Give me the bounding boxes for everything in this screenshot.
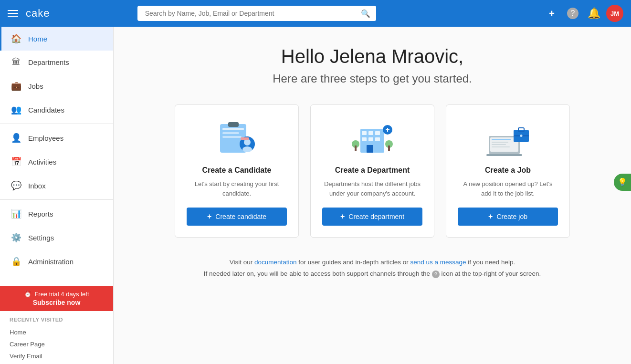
footer-text-1: Visit our [230, 259, 254, 266]
sidebar-item-settings[interactable]: ⚙️ Settings [0, 226, 113, 250]
recently-visited-section: RECENTLY VISITED Home Career Page Verify… [0, 311, 113, 364]
svg-point-34 [520, 135, 523, 137]
recent-item-career-page[interactable]: Career Page [10, 338, 104, 350]
sidebar-item-administration[interactable]: 🔒 Administration [0, 250, 113, 273]
candidate-illustration [213, 119, 261, 157]
main-content: Hello Jelena Mraovic, Here are three ste… [114, 27, 631, 364]
sidebar-item-activities[interactable]: 📅 Activities [0, 150, 113, 174]
administration-icon: 🔒 [11, 256, 21, 267]
sidebar-divider-1 [0, 124, 113, 124]
menu-icon[interactable] [8, 10, 18, 17]
sidebar-item-label: Inbox [28, 182, 46, 190]
svg-rect-23 [387, 128, 388, 132]
help-icon: ? [567, 8, 578, 19]
candidate-card-desc: Let's start by creating your first candi… [187, 179, 287, 198]
sidebar-item-label: Departments [28, 58, 69, 66]
greeting-name: Hello Jelena Mraovic, [128, 46, 617, 67]
create-job-card: Create a Job A new position opened up? L… [446, 104, 570, 238]
svg-rect-20 [388, 146, 390, 151]
sidebar-item-label: Administration [28, 258, 74, 266]
sidebar-item-departments[interactable]: 🏛 Departments [0, 51, 113, 74]
recent-item-home[interactable]: Home [10, 326, 104, 338]
sidebar-item-jobs[interactable]: 💼 Jobs [0, 74, 113, 98]
inbox-icon: 💬 [11, 180, 21, 191]
sidebar-item-label: Employees [28, 134, 63, 142]
sidebar: 🏠 Home 🏛 Departments 💼 Jobs 👥 Candidates… [0, 27, 114, 364]
search-input[interactable] [137, 6, 376, 21]
plus-icon: + [488, 212, 493, 221]
action-cards: Create a Candidate Let's start by creati… [128, 104, 617, 238]
svg-rect-3 [222, 136, 242, 138]
sidebar-item-reports[interactable]: 📊 Reports [0, 202, 113, 226]
footer-text-2: for user guides and in-depth articles or [297, 259, 410, 266]
svg-point-5 [244, 139, 251, 146]
plus-icon: + [340, 212, 345, 221]
trial-banner[interactable]: ⏰ Free trial 4 days left Subscribe now [0, 286, 113, 311]
sidebar-item-inbox[interactable]: 💬 Inbox [0, 174, 113, 198]
bell-icon: 🔔 [588, 7, 600, 20]
sidebar-item-label: Reports [28, 210, 53, 218]
svg-point-6 [242, 146, 252, 152]
app-logo: cake [26, 7, 50, 20]
svg-rect-8 [241, 137, 249, 140]
add-button[interactable]: + [543, 5, 560, 22]
send-message-link[interactable]: send us a message [410, 259, 466, 266]
help-button[interactable]: ? [564, 5, 581, 22]
question-mark-icon: ? [432, 270, 440, 278]
svg-rect-1 [222, 128, 244, 130]
job-card-title: Create a Job [485, 166, 531, 175]
sidebar-item-employees[interactable]: 👤 Employees [0, 126, 113, 150]
avatar[interactable]: JM [606, 5, 623, 22]
footer-text-4: If needed later on, you will be able to … [204, 270, 432, 277]
settings-icon: ⚙️ [11, 232, 21, 243]
footer-text-5: icon at the top-right of your screen. [440, 270, 541, 277]
create-department-button[interactable]: + Create department [322, 208, 422, 226]
help-fab[interactable]: 💡 [614, 174, 631, 191]
sidebar-item-label: Home [28, 35, 47, 43]
greeting-subtitle: Here are three steps to get you started. [128, 72, 617, 85]
home-icon: 🏠 [11, 33, 21, 44]
svg-rect-10 [362, 131, 367, 135]
reports-icon: 📊 [11, 208, 21, 219]
svg-rect-26 [492, 139, 511, 140]
trial-clock-icon: ⏰ [24, 291, 32, 298]
footer-text-3: if you need help. [466, 259, 515, 266]
svg-rect-7 [228, 122, 239, 127]
sidebar-item-home[interactable]: 🏠 Home [0, 27, 113, 51]
svg-rect-27 [492, 142, 508, 143]
candidates-icon: 👥 [11, 104, 21, 115]
subscribe-button[interactable]: Subscribe now [8, 299, 105, 306]
docs-link[interactable]: documentation [254, 259, 297, 266]
activities-icon: 📅 [11, 156, 21, 167]
recently-visited-label: RECENTLY VISITED [10, 317, 104, 322]
svg-rect-11 [368, 131, 373, 135]
greeting-section: Hello Jelena Mraovic, Here are three ste… [128, 46, 617, 85]
trial-days-text: ⏰ Free trial 4 days left [8, 291, 105, 298]
svg-rect-12 [375, 131, 380, 135]
department-illustration [348, 119, 396, 157]
recent-item-verify-email[interactable]: Verify Email [10, 350, 104, 362]
notification-button[interactable]: 🔔 [585, 5, 602, 22]
department-card-desc: Departments host the different jobs unde… [322, 179, 422, 198]
departments-icon: 🏛 [11, 57, 21, 67]
job-card-desc: A new position opened up? Let's add it t… [458, 179, 558, 198]
candidate-card-title: Create a Candidate [202, 166, 272, 175]
svg-rect-14 [368, 137, 373, 141]
sidebar-item-label: Candidates [28, 106, 64, 114]
search-bar: 🔍 [137, 6, 376, 21]
create-candidate-button[interactable]: + Create candidate [187, 208, 287, 226]
jobs-icon: 💼 [11, 81, 21, 91]
header-actions: + ? 🔔 JM [543, 5, 623, 22]
svg-rect-15 [375, 137, 380, 141]
create-candidate-card: Create a Candidate Let's start by creati… [175, 104, 299, 238]
sidebar-item-label: Settings [28, 234, 54, 242]
create-job-button[interactable]: + Create job [458, 208, 558, 226]
sidebar-item-candidates[interactable]: 👥 Candidates [0, 98, 113, 122]
create-department-card: Create a Department Departments host the… [310, 104, 434, 238]
svg-rect-18 [355, 146, 357, 151]
svg-rect-2 [222, 132, 239, 134]
svg-rect-29 [492, 146, 510, 147]
svg-rect-30 [486, 154, 522, 156]
footer-help-text: Visit our documentation for user guides … [128, 257, 617, 280]
sidebar-nav: 🏠 Home 🏛 Departments 💼 Jobs 👥 Candidates… [0, 27, 113, 286]
